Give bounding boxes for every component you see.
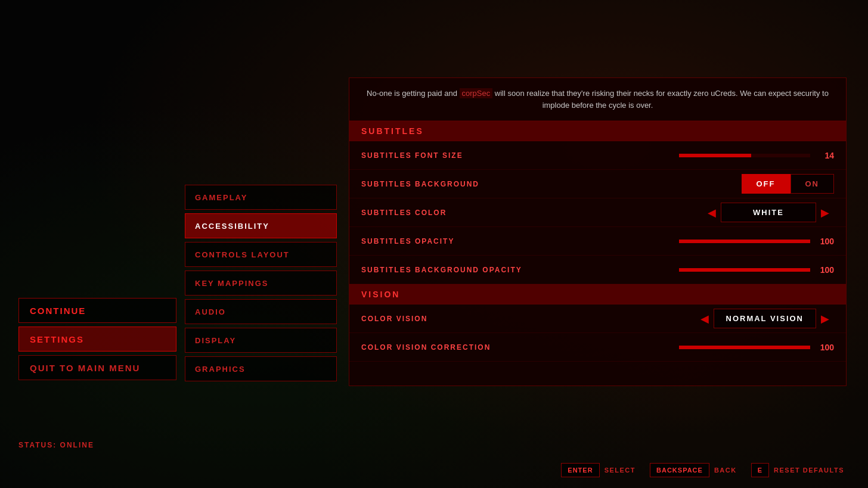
header-text-start: No-one is getting paid and	[367, 89, 457, 98]
reset-label: RESET DEFAULTS	[774, 467, 844, 474]
subtitles-background-toggle: OFF ON	[742, 174, 835, 194]
controls-layout-button[interactable]: CONTROLS LAYOUT	[185, 242, 337, 267]
e-key: E	[751, 463, 769, 477]
subtitles-bg-opacity-control[interactable]: 100	[679, 265, 834, 275]
subtitles-opacity-control[interactable]: 100	[679, 237, 834, 246]
subtitles-color-left-arrow[interactable]: ◀	[703, 202, 721, 223]
gameplay-button[interactable]: GAMEPLAY	[185, 185, 337, 210]
subtitles-font-size-label: SUBTITLES FONT SIZE	[361, 151, 463, 160]
vision-section-header: VISION	[349, 284, 846, 304]
color-vision-control: ◀ NORMAL VISION ▶	[696, 308, 835, 330]
color-vision-correction-value: 100	[816, 343, 834, 352]
color-vision-row: COLOR VISION ◀ NORMAL VISION ▶	[349, 304, 846, 333]
sub-menu: GAMEPLAY ACCESSIBILITY CONTROLS LAYOUT K…	[185, 185, 337, 381]
subtitles-font-size-value: 14	[816, 151, 834, 160]
left-panel: CONTINUE SETTINGS QUIT TO MAIN MENU	[18, 298, 176, 380]
subtitles-opacity-value: 100	[816, 237, 834, 246]
color-vision-label: COLOR VISION	[361, 315, 427, 323]
subtitles-background-label: SUBTITLES BACKGROUND	[361, 180, 479, 188]
color-vision-value: NORMAL VISION	[714, 309, 817, 328]
audio-button[interactable]: AUDIO	[185, 299, 337, 324]
subtitles-section-header: SUBTITLES	[349, 121, 846, 141]
subtitles-color-row: SUBTITLES COLOR ◀ WHITE ▶	[349, 198, 846, 227]
subtitles-bg-opacity-value: 100	[816, 265, 834, 275]
panel-header: No-one is getting paid and corpSec will …	[349, 78, 846, 121]
subtitles-font-size-track[interactable]	[679, 154, 810, 157]
subtitles-bg-opacity-label: SUBTITLES BACKGROUND OPACITY	[361, 266, 522, 274]
color-vision-right-arrow[interactable]: ▶	[816, 308, 834, 330]
select-label: SELECT	[604, 467, 636, 474]
subtitles-bg-opacity-row: SUBTITLES BACKGROUND OPACITY 100	[349, 256, 846, 284]
subtitles-opacity-fill	[679, 240, 810, 243]
subtitles-font-size-control[interactable]: 14	[679, 151, 834, 160]
subtitles-font-size-row: SUBTITLES FONT SIZE 14	[349, 141, 846, 170]
subtitles-bg-opacity-fill	[679, 268, 810, 272]
color-vision-correction-track[interactable]	[679, 346, 810, 349]
color-vision-correction-label: COLOR VISION CORRECTION	[361, 343, 491, 352]
enter-key: ENTER	[561, 463, 599, 477]
subtitles-opacity-track[interactable]	[679, 240, 810, 243]
accessibility-button[interactable]: ACCESSIBILITY	[185, 213, 337, 238]
subtitles-opacity-row: SUBTITLES OPACITY 100	[349, 227, 846, 256]
backspace-key: BACKSPACE	[650, 463, 709, 477]
subtitles-color-value: WHITE	[721, 203, 816, 222]
color-vision-correction-row: COLOR VISION CORRECTION 100	[349, 333, 846, 362]
subtitles-background-row: SUBTITLES BACKGROUND OFF ON	[349, 170, 846, 198]
subtitles-color-label: SUBTITLES COLOR	[361, 209, 447, 217]
bottom-keys: ENTER SELECT BACKSPACE BACK E RESET DEFA…	[561, 463, 844, 477]
settings-button[interactable]: SETTINGS	[18, 327, 176, 352]
subtitles-font-size-fill	[679, 154, 751, 157]
settings-panel: No-one is getting paid and corpSec will …	[349, 77, 847, 386]
color-vision-left-arrow[interactable]: ◀	[696, 308, 714, 330]
toggle-off-button[interactable]: OFF	[742, 174, 790, 194]
header-text-end: will soon realize that they're risking t…	[495, 89, 829, 110]
status-text: STATUS: ONLINE	[18, 441, 94, 449]
subtitles-opacity-label: SUBTITLES OPACITY	[361, 237, 454, 245]
key-mappings-button[interactable]: KEY MAPPINGS	[185, 271, 337, 296]
graphics-button[interactable]: GRAPHICS	[185, 356, 337, 381]
empty-row	[349, 362, 846, 386]
subtitles-bg-opacity-track[interactable]	[679, 268, 810, 272]
continue-button[interactable]: CONTINUE	[18, 298, 176, 323]
quit-button[interactable]: QUIT TO MAIN MENU	[18, 355, 176, 380]
subtitles-color-control: ◀ WHITE ▶	[703, 202, 834, 223]
color-vision-correction-fill	[679, 346, 810, 349]
subtitles-color-right-arrow[interactable]: ▶	[816, 202, 834, 223]
toggle-on-button[interactable]: ON	[790, 174, 835, 194]
back-label: BACK	[714, 467, 737, 474]
highlight-word: corpSec	[460, 88, 493, 98]
color-vision-correction-control[interactable]: 100	[679, 343, 834, 352]
display-button[interactable]: DISPLAY	[185, 328, 337, 353]
subtitles-background-control: OFF ON	[742, 174, 835, 194]
